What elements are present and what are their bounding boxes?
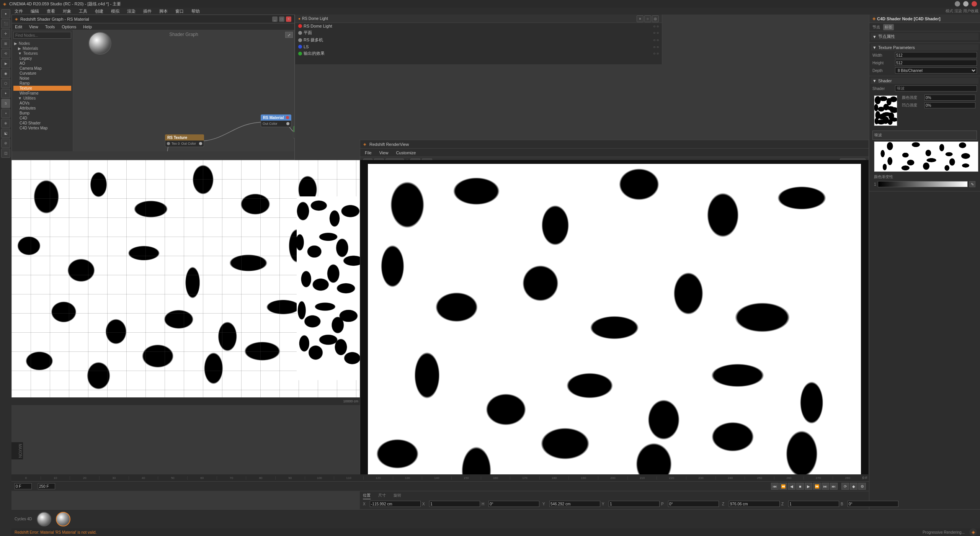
material-item-2[interactable]: RS Mate [56, 512, 70, 526]
toolbar-motion-btn[interactable]: ⊘ [1, 139, 10, 148]
toolbar-light-btn[interactable]: ◉ [1, 69, 10, 78]
toolbar-xref-btn[interactable]: ⬕ [1, 129, 10, 138]
material-swatch-1[interactable] [37, 512, 51, 526]
rs-depth-select[interactable]: 8 Bits/Channel 16 Bits/Channel 32 Bits/C… [895, 67, 977, 74]
node-output[interactable]: Output Surface [293, 126, 294, 139]
menu-render[interactable]: 渲染 [126, 8, 137, 14]
tc-end-frame[interactable] [38, 483, 55, 489]
sg-utilities-header[interactable]: ▼ Utilities [13, 96, 71, 101]
sg-item-c4d[interactable]: C4D [13, 116, 71, 121]
tc-end-btn[interactable]: ⏭ [830, 483, 838, 490]
rs-noise-btn[interactable]: 噪波 [872, 131, 977, 140]
coord-y-input[interactable] [549, 501, 600, 507]
scene-icon-1[interactable]: ≡ [637, 15, 644, 22]
sg-item-c4dshader[interactable]: C4D Shader [13, 121, 71, 126]
toolbar-select-btn[interactable]: ⬛ [1, 19, 10, 28]
rs-width-input[interactable] [895, 52, 977, 58]
menu-script[interactable]: 脚本 [158, 8, 169, 14]
sg-item-ramp[interactable]: Ramp [13, 81, 71, 86]
coord-tab-rotation[interactable]: 旋转 [394, 493, 401, 499]
tc-fast-fwd-btn[interactable]: ⏭ [822, 483, 829, 490]
tc-play-back-btn[interactable]: ◀ [788, 483, 795, 490]
scene-icon-2[interactable]: ○ [644, 15, 651, 22]
minimize-button[interactable] [955, 1, 960, 7]
sg-item-noise[interactable]: Noise [13, 76, 71, 81]
sg-item-texture[interactable]: Texture [13, 86, 71, 91]
sg-item-attributes[interactable]: Attributes [13, 106, 71, 111]
sg-item-bump[interactable]: Bump [13, 111, 71, 116]
toolbar-move-btn[interactable]: ✛ [1, 29, 10, 38]
sg-item-legacy[interactable]: Legacy [13, 56, 71, 61]
tc-step-fwd-btn[interactable]: ⏩ [813, 483, 821, 490]
scene-row-ls[interactable]: LS ○ ○ [295, 44, 662, 50]
sg-menu-edit[interactable]: Edit [13, 25, 24, 29]
rs-tab-node[interactable]: 节点 [872, 25, 880, 30]
menu-plugins[interactable]: 插件 [142, 8, 153, 14]
menu-objects[interactable]: 对象 [61, 8, 73, 14]
sg-min-btn[interactable]: _ [272, 16, 278, 22]
coord-h-input[interactable] [488, 501, 539, 507]
sg-menu-view[interactable]: View [28, 25, 40, 29]
scene-row-camera[interactable]: RS 摄多机 ○ ○ [295, 36, 662, 44]
menu-view[interactable]: 查看 [45, 8, 57, 14]
toolbar-sculpt-btn[interactable]: ⊕ [1, 119, 10, 128]
toolbar-node-btn[interactable]: S [1, 99, 10, 108]
rv-menu-file[interactable]: File [363, 150, 373, 155]
coord-z-input[interactable] [729, 501, 780, 507]
tc-settings-btn[interactable]: ⚙ [858, 483, 866, 490]
main-viewport[interactable]: 10000 cm [11, 160, 360, 405]
tc-keys-btn[interactable]: ◆ [850, 483, 858, 490]
toolbar-rotate-btn[interactable]: ⟲ [1, 49, 10, 58]
sg-menu-tools[interactable]: Tools [44, 25, 57, 29]
rs-height-input[interactable] [895, 60, 977, 66]
tc-step-back-btn[interactable]: ⏪ [779, 483, 787, 490]
tc-rewind-btn[interactable]: ⏮ [771, 483, 779, 490]
sg-item-cameramap[interactable]: Camera Map [13, 66, 71, 71]
sg-menu-help[interactable]: Help [82, 25, 93, 29]
sg-search-input[interactable] [13, 32, 71, 39]
coord-sz-input[interactable] [788, 501, 839, 507]
sg-item-c4dvertex[interactable]: C4D Vertex Map [13, 126, 71, 131]
coord-tab-position[interactable]: 位置 [363, 493, 371, 499]
rs-grad-preview[interactable] [878, 181, 968, 187]
sg-max-btn[interactable]: □ [279, 16, 284, 22]
scene-row-rs-dome[interactable]: RS Dome Light ○ ○ [295, 23, 662, 29]
menu-help[interactable]: 帮助 [190, 8, 201, 14]
sg-item-curvature[interactable]: Curvature [13, 71, 71, 76]
node-rs-texture[interactable]: RS Texture Tex 0 Out Color [165, 134, 204, 147]
coord-sy-input[interactable] [609, 501, 660, 507]
coord-x-input[interactable] [370, 501, 421, 507]
close-button[interactable] [972, 1, 977, 7]
sg-expand-button[interactable]: ⤢ [285, 32, 293, 38]
sg-menu-options[interactable]: Options [60, 25, 78, 29]
menu-create[interactable]: 创建 [93, 8, 105, 14]
sg-close-btn[interactable]: × [286, 16, 291, 22]
sg-canvas[interactable]: Shader Graph ⤢ RS Material [73, 30, 294, 151]
coord-p-input[interactable] [668, 501, 719, 507]
sg-materials-header[interactable]: ▶ Materials [13, 46, 71, 51]
tc-loop-btn[interactable]: ⟳ [841, 483, 849, 490]
rv-menu-view[interactable]: View [378, 150, 390, 155]
toolbar-camera-btn[interactable]: ⬡ [1, 79, 10, 88]
sg-item-ao[interactable]: AO [13, 61, 71, 66]
sg-nodes-header[interactable]: ▶ Nodes [13, 41, 71, 46]
toolbar-render-btn[interactable]: ▶ [1, 59, 10, 68]
rs-bump-strength-input[interactable] [924, 102, 975, 108]
sg-textures-header[interactable]: ▼ Textures [13, 51, 71, 56]
maximize-button[interactable] [963, 1, 969, 7]
tc-stop-btn[interactable]: ■ [796, 483, 804, 490]
rv-menu-customize[interactable]: Customize [394, 150, 417, 155]
node-rs-material[interactable]: RS Material Out Color [261, 114, 291, 127]
coord-b-input[interactable] [848, 501, 898, 507]
coord-tab-size[interactable]: 尺寸 [378, 493, 386, 499]
material-item-1[interactable]: RS Mate [37, 512, 51, 526]
menu-edit[interactable]: 编辑 [29, 8, 41, 14]
rs-grad-edit-btn[interactable]: ✎ [969, 181, 975, 187]
rs-color-strength-input[interactable] [924, 95, 975, 101]
scene-row-plane[interactable]: 平面 ○ ○ [295, 29, 662, 36]
toolbar-dynamics-btn[interactable]: ◫ [1, 149, 10, 158]
menu-file[interactable]: 文件 [13, 8, 24, 14]
scene-icon-3[interactable]: ◎ [652, 15, 659, 22]
toolbar-scale-btn[interactable]: ⊞ [1, 39, 10, 48]
sg-item-wireframe[interactable]: WireFrame [13, 91, 71, 96]
